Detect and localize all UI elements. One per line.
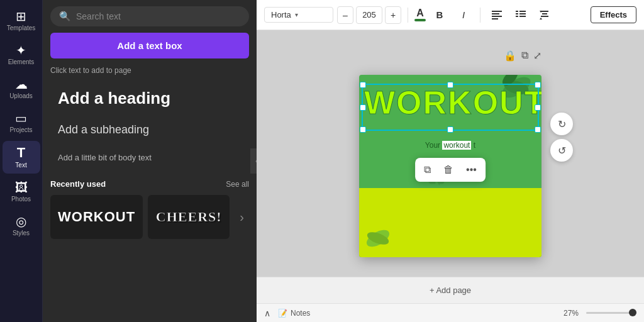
context-duplicate-button[interactable]: ⧉ — [421, 162, 433, 178]
color-bar — [414, 19, 426, 21]
sidebar-label-text: Text — [15, 162, 26, 169]
text-panel-inner: 🔍 Add a text box Click text to add to pa… — [43, 0, 257, 322]
align-button[interactable] — [487, 5, 507, 25]
selection-box — [362, 84, 539, 131]
sidebar-label-photos: Photos — [11, 196, 31, 203]
list-icon — [516, 11, 526, 19]
context-menu: ⧉ 🗑 ••• — [415, 158, 486, 182]
toolbar: Horta ▾ – + A B I — [257, 0, 644, 30]
zoom-slider[interactable] — [586, 312, 636, 314]
text-panel: 🔍 Add a text box Click text to add to pa… — [43, 0, 257, 322]
chevron-up-icon: ∧ — [264, 308, 270, 318]
recently-used-title: Recently used — [50, 179, 106, 189]
text-suffix: t — [474, 141, 475, 150]
add-text-box-button[interactable]: Add a text box — [50, 33, 249, 58]
context-delete-button[interactable]: 🗑 — [441, 162, 456, 178]
recent-item-cheers[interactable]: CHEERS! — [148, 195, 230, 239]
svg-marker-14 — [540, 18, 542, 19]
workout-recent-text: WORKOUT — [58, 209, 135, 225]
expand-icon[interactable]: ⤢ — [533, 50, 541, 62]
font-size-input[interactable] — [356, 6, 382, 24]
svg-rect-6 — [516, 13, 518, 14]
sidebar-label-uploads: Uploads — [9, 92, 33, 99]
leaf-bottom-left — [362, 223, 394, 254]
color-a-label: A — [416, 8, 424, 18]
subheading-style-item[interactable]: Add a subheading — [50, 117, 249, 143]
search-bar[interactable]: 🔍 — [50, 6, 249, 26]
canvas-workspace: 🔒 ⧉ ⤢ WORKOUT — [257, 30, 644, 277]
selection-handle-br[interactable] — [535, 126, 541, 133]
recently-used-items: WORKOUT CHEERS! › — [50, 195, 249, 239]
selection-handle-tr[interactable] — [535, 82, 541, 88]
lock-icon[interactable]: 🔒 — [504, 50, 516, 62]
toolbar-divider-1 — [408, 8, 408, 23]
body-style-item[interactable]: Add a little bit of body text — [50, 145, 249, 169]
sidebar-item-projects[interactable]: ▭ Projects — [3, 107, 40, 138]
sidebar-item-uploads[interactable]: ☁ Uploads — [3, 73, 40, 104]
sidebar-item-photos[interactable]: 🖼 Photos — [3, 176, 40, 208]
sidebar-item-text[interactable]: T Text — [3, 141, 40, 174]
heading-style-item[interactable]: Add a heading — [50, 82, 249, 114]
zoom-level: 27% — [564, 309, 579, 318]
recently-used-header: Recently used See all — [50, 179, 249, 189]
see-all-link[interactable]: See all — [226, 180, 249, 189]
svg-rect-12 — [541, 16, 548, 17]
elements-icon: ✦ — [16, 44, 26, 57]
selection-handle-tl[interactable] — [360, 82, 366, 88]
context-more-button[interactable]: ••• — [464, 162, 479, 178]
selection-handle-mr[interactable] — [535, 104, 541, 111]
card-fab-area: ↻ ↺ — [550, 113, 573, 162]
selection-handle-tm[interactable] — [447, 82, 453, 88]
selection-handle-bl[interactable] — [360, 126, 366, 133]
card-sub-text: Your workout t — [367, 141, 534, 150]
text-color-button[interactable]: A — [414, 8, 426, 21]
heading-label: Add a heading — [58, 89, 170, 108]
font-selector-chevron: ▾ — [295, 11, 298, 18]
svg-rect-0 — [492, 11, 502, 12]
search-icon: 🔍 — [59, 11, 71, 22]
add-page-bar[interactable]: + Add page — [257, 277, 644, 303]
svg-rect-3 — [492, 18, 498, 19]
toolbar-divider-2 — [480, 8, 480, 23]
uploads-icon: ☁ — [15, 78, 28, 91]
sidebar-label-templates: Templates — [7, 25, 36, 31]
selection-handle-bm[interactable] — [447, 126, 453, 133]
canvas-wrapper: 🔒 ⧉ ⤢ WORKOUT — [359, 75, 541, 257]
list-button[interactable] — [511, 5, 531, 25]
sidebar-item-styles[interactable]: ◎ Styles — [3, 210, 40, 242]
sidebar-item-templates[interactable]: ⊞ Templates — [3, 5, 40, 36]
sidebar-label-projects: Projects — [9, 126, 32, 133]
canvas-card: WORKOUT Your workout t — [359, 75, 541, 257]
recent-item-workout[interactable]: WORKOUT — [50, 195, 143, 239]
italic-button[interactable]: I — [453, 5, 474, 25]
projects-icon: ▭ — [15, 112, 27, 125]
svg-rect-5 — [519, 11, 526, 12]
svg-rect-8 — [516, 16, 518, 17]
action-fab[interactable]: ↺ — [550, 139, 573, 162]
subheading-label: Add a subheading — [58, 123, 149, 136]
spacing-button[interactable] — [535, 5, 555, 25]
panel-collapse-handle[interactable]: ‹ — [250, 148, 257, 174]
font-selector[interactable]: Horta ▾ — [264, 7, 333, 23]
font-size-decrease-button[interactable]: – — [337, 6, 353, 24]
font-size-control: – + — [337, 6, 401, 24]
icon-sidebar: ⊞ Templates ✦ Elements ☁ Uploads ▭ Proje… — [0, 0, 43, 322]
notes-button[interactable]: 📝 Notes — [278, 309, 310, 318]
svg-rect-11 — [542, 13, 547, 14]
card-lower-section — [359, 188, 541, 257]
recent-next-arrow[interactable]: › — [235, 205, 249, 230]
font-size-increase-button[interactable]: + — [385, 6, 401, 24]
photos-icon: 🖼 — [15, 181, 28, 194]
copy-icon[interactable]: ⧉ — [521, 50, 528, 62]
selection-handle-ml[interactable] — [360, 104, 366, 111]
sidebar-label-elements: Elements — [8, 58, 35, 65]
search-input[interactable] — [76, 11, 240, 21]
rotate-fab[interactable]: ↻ — [550, 113, 573, 135]
bold-button[interactable]: B — [430, 5, 450, 25]
effects-button[interactable]: Effects — [591, 6, 636, 23]
text-icon: T — [17, 146, 25, 160]
add-page-label: + Add page — [430, 286, 471, 295]
sidebar-item-elements[interactable]: ✦ Elements — [3, 39, 40, 70]
click-to-add-hint: Click text to add to page — [50, 66, 249, 75]
highlight-text: workout — [442, 141, 471, 150]
